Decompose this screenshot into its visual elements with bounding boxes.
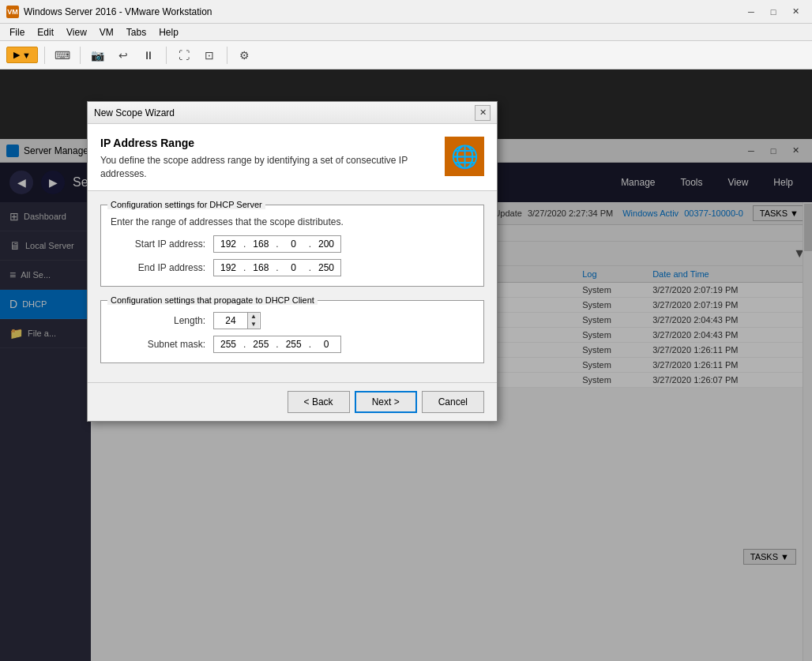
length-input-group: ▲ ▼: [213, 312, 261, 329]
wizard-titlebar: New Scope Wizard ✕: [88, 102, 497, 124]
vmware-window-controls: ─ □ ✕: [741, 3, 806, 21]
length-input[interactable]: [214, 313, 247, 329]
vmware-menubar: File Edit View VM Tabs Help: [0, 24, 812, 41]
subnet-octet2[interactable]: [246, 336, 275, 352]
send-ctrl-alt-del-button[interactable]: ⌨: [51, 44, 73, 66]
menu-vm[interactable]: VM: [93, 25, 120, 39]
vmware-icon: VM: [6, 6, 19, 18]
toolbar-separator-4: [227, 47, 227, 64]
wizard-footer: < Back Next > Cancel: [88, 382, 497, 421]
vmware-title: Windows Server 2016 - VMware Workstation: [24, 6, 741, 17]
wizard-header-desc: You define the scope address range by id…: [100, 154, 435, 181]
subnet-octet1[interactable]: [214, 336, 242, 352]
length-label: Length:: [111, 315, 213, 326]
toolbar-separator: [44, 47, 45, 64]
wizard-header-title: IP Address Range: [100, 137, 435, 149]
config-server-legend: Configuration settings for DHCP Server: [107, 200, 265, 209]
cancel-button[interactable]: Cancel: [422, 391, 484, 413]
length-decrement-button[interactable]: ▼: [248, 321, 259, 329]
start-ip-octet4[interactable]: [312, 236, 340, 252]
start-ip-octet2[interactable]: [246, 236, 275, 252]
start-ip-octet3[interactable]: [280, 236, 308, 252]
subnet-octet3[interactable]: [280, 336, 308, 352]
wizard-dialog: New Scope Wizard ✕ IP Address Range You …: [87, 101, 498, 422]
revert-button[interactable]: ↩: [112, 44, 134, 66]
config-client-group: Configuration settings that propagate to…: [100, 296, 484, 363]
subnet-input-group: . . .: [213, 336, 341, 353]
vmware-titlebar: VM Windows Server 2016 - VMware Workstat…: [0, 0, 812, 24]
restore-button[interactable]: □: [763, 3, 784, 21]
end-ip-octet3[interactable]: [280, 260, 308, 276]
vm-viewport: Server Manager ─ □ ✕ ◀ ▶ Server Manager …: [0, 69, 812, 661]
minimize-button[interactable]: ─: [741, 3, 761, 21]
subnet-octet4[interactable]: [312, 336, 340, 352]
next-button[interactable]: Next >: [355, 391, 417, 413]
vmware-toolbar: ▶ ▼ ⌨ 📷 ↩ ⏸ ⛶ ⊡ ⚙: [0, 41, 812, 69]
menu-file[interactable]: File: [3, 25, 31, 39]
start-ip-octet1[interactable]: [214, 236, 242, 252]
start-ip-input-group: . . .: [213, 235, 341, 253]
length-row: Length: ▲ ▼: [111, 312, 474, 329]
end-ip-input-group: . . .: [213, 259, 341, 276]
wizard-network-icon: 🌐: [451, 144, 479, 170]
wizard-title-text: New Scope Wizard: [94, 107, 475, 118]
fullscreen-button[interactable]: ⛶: [173, 44, 195, 66]
settings-button[interactable]: ⚙: [234, 44, 256, 66]
end-ip-octet1[interactable]: [214, 260, 242, 276]
end-ip-label: End IP address:: [111, 262, 213, 273]
config-client-content: Length: ▲ ▼ Subnet mask:: [101, 306, 483, 362]
toolbar-separator-2: [80, 47, 81, 64]
menu-help[interactable]: Help: [152, 25, 185, 39]
power-button[interactable]: ▶ ▼: [6, 47, 38, 63]
config-server-content: Enter the range of addresses that the sc…: [101, 210, 483, 286]
config-client-legend: Configuration settings that propagate to…: [107, 295, 318, 305]
config-server-desc: Enter the range of addresses that the sc…: [111, 216, 474, 227]
unity-button[interactable]: ⊡: [198, 44, 220, 66]
wizard-close-button[interactable]: ✕: [475, 105, 491, 121]
suspend-button[interactable]: ⏸: [137, 44, 160, 66]
menu-view[interactable]: View: [60, 25, 93, 39]
snapshot-button[interactable]: 📷: [87, 44, 109, 66]
wizard-header: IP Address Range You define the scope ad…: [88, 124, 497, 191]
toolbar-separator-3: [166, 47, 167, 64]
end-ip-row: End IP address: . . .: [111, 259, 474, 276]
wizard-header-icon: 🌐: [445, 137, 484, 176]
wizard-header-text: IP Address Range You define the scope ad…: [100, 137, 435, 181]
close-button[interactable]: ✕: [785, 3, 806, 21]
subnet-row: Subnet mask: . . .: [111, 336, 474, 353]
start-ip-label: Start IP address:: [111, 238, 213, 250]
wizard-body: Configuration settings for DHCP Server E…: [88, 191, 497, 382]
end-ip-octet2[interactable]: [246, 260, 275, 276]
length-spinner: ▲ ▼: [247, 313, 259, 329]
subnet-label: Subnet mask:: [111, 339, 213, 350]
length-increment-button[interactable]: ▲: [248, 313, 259, 321]
start-ip-row: Start IP address: . . .: [111, 235, 474, 253]
menu-edit[interactable]: Edit: [31, 25, 60, 39]
end-ip-octet4[interactable]: [312, 260, 340, 276]
config-server-group: Configuration settings for DHCP Server E…: [100, 201, 484, 287]
menu-tabs[interactable]: Tabs: [120, 25, 152, 39]
back-button[interactable]: < Back: [288, 391, 350, 413]
power-icon: ▶: [13, 50, 20, 60]
